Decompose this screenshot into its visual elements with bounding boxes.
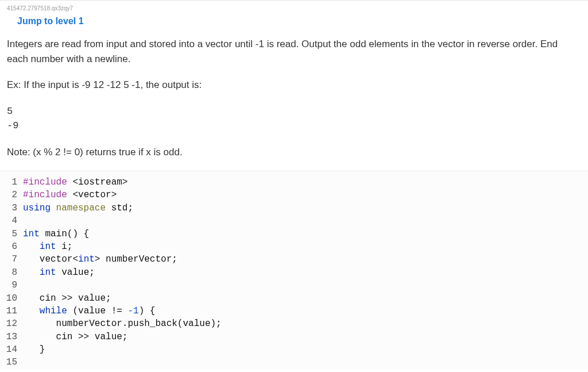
code-line: 5int main() { (0, 228, 588, 240)
code-line: 9 (0, 279, 588, 292)
code-content: numberVector.push_back(value); (23, 317, 222, 330)
description: Integers are read from input and stored … (7, 37, 581, 66)
code-content: cin >> value; (23, 292, 111, 305)
problem-statement: Integers are read from input and stored … (0, 37, 588, 159)
line-number: 5 (0, 228, 23, 240)
code-content: int main() { (23, 228, 89, 240)
code-content: vector<int> numberVector; (23, 253, 177, 266)
line-number: 6 (0, 240, 23, 253)
line-number: 10 (0, 292, 23, 305)
code-content: using namespace std; (23, 202, 133, 214)
code-line: 15 (0, 356, 588, 369)
code-line: 7 vector<int> numberVector; (0, 253, 588, 266)
example-output: 5 -9 (7, 104, 581, 133)
code-line: 8 int value; (0, 266, 588, 279)
line-number: 3 (0, 202, 23, 214)
jump-to-level-link[interactable]: Jump to level 1 (0, 14, 588, 37)
line-number: 2 (0, 189, 23, 201)
line-number: 12 (0, 317, 23, 330)
line-number: 8 (0, 266, 23, 279)
code-content: while (value != -1) { (23, 305, 155, 317)
code-line: 4 (0, 214, 588, 227)
line-number: 1 (0, 176, 23, 189)
example-prefix: Ex: If the input is -9 12 -12 5 -1, the … (7, 78, 581, 93)
line-number: 7 (0, 253, 23, 266)
code-line: 13 cin >> value; (0, 331, 588, 343)
code-line: 11 while (value != -1) { (0, 305, 588, 317)
code-line: 1#include <iostream> (0, 176, 588, 189)
code-content: } (23, 343, 45, 356)
line-number: 14 (0, 343, 23, 356)
header-id: 415472.2797518.qx3zqy7 (0, 1, 588, 14)
line-number: 15 (0, 356, 23, 369)
code-content: int i; (23, 240, 72, 253)
line-number: 11 (0, 305, 23, 317)
code-line: 6 int i; (0, 240, 588, 253)
code-editor: 1#include <iostream>2#include <vector>3u… (0, 171, 588, 369)
line-number: 13 (0, 331, 23, 343)
code-content: int value; (23, 266, 95, 279)
code-line: 10 cin >> value; (0, 292, 588, 305)
line-number: 4 (0, 214, 23, 227)
code-content: cin >> value; (23, 331, 127, 343)
code-line: 12 numberVector.push_back(value); (0, 317, 588, 330)
code-content: #include <vector> (23, 189, 117, 201)
code-line: 2#include <vector> (0, 189, 588, 201)
code-line: 14 } (0, 343, 588, 356)
code-line: 3using namespace std; (0, 202, 588, 214)
note: Note: (x % 2 != 0) returns true if x is … (7, 145, 581, 160)
line-number: 9 (0, 279, 23, 292)
code-content: #include <iostream> (23, 176, 127, 189)
